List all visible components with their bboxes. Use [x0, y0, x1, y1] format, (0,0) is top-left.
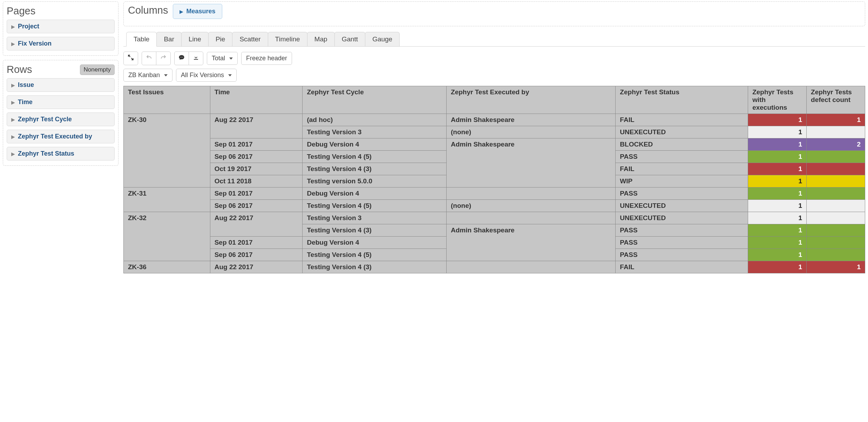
freeze-header-button[interactable]: Freeze header — [241, 52, 292, 65]
row-header-cell[interactable]: UNEXECUTED — [616, 126, 748, 138]
row-header-cell[interactable]: FAIL — [616, 261, 748, 273]
total-dropdown[interactable]: Total — [207, 52, 238, 65]
redo-button[interactable] — [156, 52, 171, 65]
tab-map[interactable]: Map — [307, 32, 335, 46]
tab-line[interactable]: Line — [181, 32, 209, 46]
row-header-cell[interactable]: ZK-32 — [124, 212, 210, 261]
row-header-cell[interactable]: PASS — [616, 151, 748, 163]
row-header-cell[interactable]: Debug Version 4 — [303, 237, 447, 249]
col-header[interactable]: Zephyr Test Executed by — [447, 86, 616, 114]
row-header-cell[interactable] — [447, 188, 616, 200]
row-header-cell[interactable]: Sep 06 2017 — [210, 249, 303, 261]
row-header-cell[interactable]: Sep 01 2017 — [210, 138, 303, 151]
row-header-cell[interactable]: (none) — [447, 200, 616, 212]
export-button[interactable] — [189, 52, 203, 65]
row-header-cell[interactable]: Aug 22 2017 — [210, 114, 303, 138]
row-header-cell[interactable]: UNEXECUTED — [616, 200, 748, 212]
row-header-cell[interactable]: ZK-31 — [124, 188, 210, 212]
col-header[interactable]: Zephyr Tests with executions — [748, 86, 807, 114]
tab-gantt[interactable]: Gantt — [334, 32, 365, 46]
value-cell: 1 — [748, 126, 807, 138]
comment-button[interactable] — [174, 52, 189, 65]
fixversion-filter-dropdown[interactable]: All Fix Versions — [176, 69, 237, 82]
tab-gauge[interactable]: Gauge — [365, 32, 400, 46]
measures-chip[interactable]: ▶ Measures — [173, 4, 222, 19]
caret-right-icon: ▶ — [11, 24, 15, 29]
caret-right-icon: ▶ — [11, 151, 15, 156]
svg-rect-3 — [194, 59, 198, 60]
rows-item-zephyr-test-cycle[interactable]: ▶Zephyr Test Cycle — [7, 113, 115, 126]
row-header-cell[interactable]: FAIL — [616, 114, 748, 126]
row-header-cell[interactable]: Debug Version 4 — [303, 138, 447, 151]
value-cell: 1 — [748, 114, 807, 126]
row-header-cell[interactable]: Admin Shakespeare — [447, 138, 616, 188]
row-header-cell[interactable]: PASS — [616, 224, 748, 237]
rows-item-time[interactable]: ▶Time — [7, 95, 115, 109]
row-header-cell[interactable]: Testing Version 3 — [303, 126, 447, 138]
nonempty-button[interactable]: Nonempty — [80, 64, 115, 75]
tab-bar[interactable]: Bar — [156, 32, 182, 46]
rows-item-zephyr-test-status[interactable]: ▶Zephyr Test Status — [7, 147, 115, 161]
value-cell — [807, 175, 865, 188]
row-header-cell[interactable]: FAIL — [616, 163, 748, 175]
total-label: Total — [212, 55, 225, 62]
row-header-cell[interactable]: Testing Version 3 — [303, 212, 447, 224]
row-header-cell[interactable]: Testing Version 4 (5) — [303, 249, 447, 261]
value-cell: 1 — [748, 212, 807, 224]
value-cell: 1 — [807, 261, 865, 273]
row-header-cell[interactable]: Testing version 5.0.0 — [303, 175, 447, 188]
pages-item-fix-version[interactable]: ▶Fix Version — [7, 37, 115, 50]
rows-item-issue[interactable]: ▶Issue — [7, 78, 115, 92]
undo-button[interactable] — [142, 52, 156, 65]
col-header[interactable]: Zephyr Test Cycle — [303, 86, 447, 114]
row-header-cell[interactable]: Sep 06 2017 — [210, 200, 303, 212]
pages-item-project[interactable]: ▶Project — [7, 20, 115, 33]
project-filter-dropdown[interactable]: ZB Kanban — [123, 69, 172, 82]
dim-label: Zephyr Test Status — [18, 150, 74, 157]
row-header-cell[interactable]: Testing Version 4 (3) — [303, 224, 447, 237]
tab-timeline[interactable]: Timeline — [268, 32, 307, 46]
row-header-cell[interactable]: PASS — [616, 249, 748, 261]
row-header-cell[interactable] — [447, 212, 616, 224]
row-header-cell[interactable]: BLOCKED — [616, 138, 748, 151]
row-header-cell[interactable]: Testing Version 4 (3) — [303, 261, 447, 273]
value-cell: 1 — [748, 188, 807, 200]
col-header[interactable]: Zephyr Test Status — [616, 86, 748, 114]
row-header-cell[interactable]: PASS — [616, 188, 748, 200]
svg-point-2 — [182, 57, 183, 57]
row-header-cell[interactable]: Sep 01 2017 — [210, 188, 303, 200]
row-header-cell[interactable]: Sep 01 2017 — [210, 237, 303, 249]
tab-pie[interactable]: Pie — [208, 32, 232, 46]
row-header-cell[interactable]: ZK-36 — [124, 261, 210, 273]
row-header-cell[interactable]: Testing Version 4 (3) — [303, 163, 447, 175]
row-header-cell[interactable]: Aug 22 2017 — [210, 261, 303, 273]
row-header-cell[interactable]: Admin Shakespeare — [447, 224, 616, 261]
tab-table[interactable]: Table — [126, 32, 157, 47]
tab-scatter[interactable]: Scatter — [232, 32, 268, 46]
caret-right-icon: ▶ — [179, 9, 183, 14]
row-header-cell[interactable]: Testing Version 4 (5) — [303, 200, 447, 212]
row-header-cell[interactable]: (none) — [447, 126, 616, 138]
row-header-cell[interactable]: WIP — [616, 175, 748, 188]
row-header-cell[interactable]: (ad hoc) — [303, 114, 447, 126]
col-header[interactable]: Time — [210, 86, 303, 114]
fullscreen-button[interactable] — [123, 52, 138, 65]
row-header-cell[interactable]: Oct 11 2018 — [210, 175, 303, 188]
row-header-cell[interactable]: ZK-30 — [124, 114, 210, 188]
col-header[interactable]: Zephyr Tests defect count — [807, 86, 865, 114]
row-header-cell[interactable]: Oct 19 2017 — [210, 163, 303, 175]
toolbar: Total Freeze header — [123, 52, 865, 65]
row-header-cell[interactable]: Sep 06 2017 — [210, 151, 303, 163]
table-row: Sep 06 2017Testing Version 4 (5)(none)UN… — [124, 200, 865, 212]
row-header-cell[interactable]: Testing Version 4 (5) — [303, 151, 447, 163]
row-header-cell[interactable]: UNEXECUTED — [616, 212, 748, 224]
row-header-cell[interactable]: Admin Shakespeare — [447, 114, 616, 126]
row-header-cell[interactable]: Debug Version 4 — [303, 188, 447, 200]
row-header-cell[interactable]: Aug 22 2017 — [210, 212, 303, 237]
rows-item-zephyr-test-executed-by[interactable]: ▶Zephyr Test Executed by — [7, 130, 115, 143]
row-header-cell[interactable]: PASS — [616, 237, 748, 249]
col-header[interactable]: Test Issues — [124, 86, 210, 114]
redo-icon — [160, 54, 167, 62]
row-header-cell[interactable] — [447, 261, 616, 273]
value-cell — [807, 126, 865, 138]
